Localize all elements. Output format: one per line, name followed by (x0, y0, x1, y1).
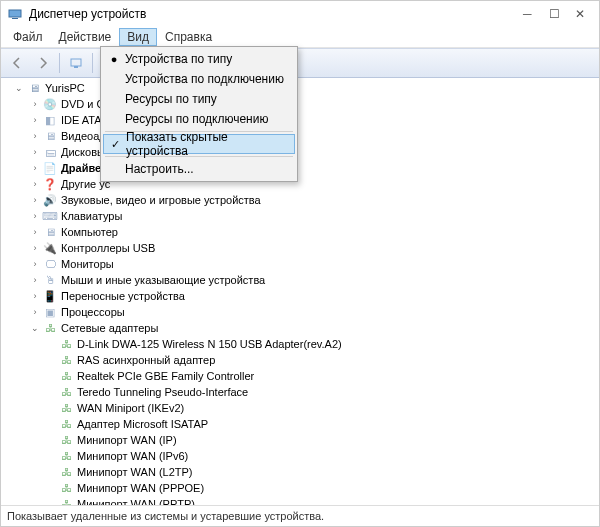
tree-device[interactable]: 🖧Минипорт WAN (IP) (5, 432, 599, 448)
network-adapter-icon: 🖧 (58, 449, 74, 463)
expand-icon[interactable]: › (29, 146, 41, 158)
sound-icon: 🔊 (42, 193, 58, 207)
device-tree[interactable]: ⌄ 🖥 YurisPC ›💿DVD и CD ›◧IDE ATA/ ›🖥Виде… (1, 78, 599, 505)
menu-devices-by-connection[interactable]: Устройства по подключению (103, 69, 295, 89)
network-adapter-icon: 🖧 (58, 433, 74, 447)
disk-icon: 🖴 (42, 145, 58, 159)
svg-rect-0 (9, 10, 21, 17)
tree-category-network[interactable]: ⌄🖧Сетевые адаптеры (5, 320, 599, 336)
close-button[interactable]: ✕ (575, 8, 587, 20)
menu-devices-by-type[interactable]: ● Устройства по типу (103, 49, 295, 69)
menu-customize[interactable]: Настроить... (103, 159, 295, 179)
network-adapter-icon: 🖧 (58, 337, 74, 351)
tree-root[interactable]: ⌄ 🖥 YurisPC (5, 80, 599, 96)
computer-icon: 🖥 (26, 81, 42, 95)
expand-icon[interactable]: › (29, 258, 41, 270)
maximize-button[interactable]: ☐ (549, 8, 561, 20)
tree-device[interactable]: 🖧RAS асинхронный адаптер (5, 352, 599, 368)
tree-category[interactable]: ›🖵Мониторы (5, 256, 599, 272)
tree-device[interactable]: 🖧Realtek PCIe GBE Family Controller (5, 368, 599, 384)
expand-icon[interactable]: › (29, 226, 41, 238)
radio-selected-icon: ● (103, 53, 125, 65)
tree-device[interactable]: 🖧Минипорт WAN (PPTP) (5, 496, 599, 505)
tree-category[interactable]: ›🖱Мыши и иные указывающие устройства (5, 272, 599, 288)
tree-device[interactable]: 🖧Минипорт WAN (PPPOE) (5, 480, 599, 496)
expand-icon[interactable]: › (29, 290, 41, 302)
tree-category[interactable]: ›◧IDE ATA/ (5, 112, 599, 128)
toolbar-separator (92, 53, 93, 73)
menu-help[interactable]: Справка (157, 28, 220, 46)
forward-button[interactable] (31, 51, 55, 75)
mouse-icon: 🖱 (42, 273, 58, 287)
tree-category[interactable]: ›▣Процессоры (5, 304, 599, 320)
expand-icon[interactable]: › (29, 178, 41, 190)
minimize-button[interactable]: ─ (523, 8, 535, 20)
svg-rect-2 (71, 59, 81, 66)
expand-icon[interactable]: › (29, 194, 41, 206)
other-icon: ❓ (42, 177, 58, 191)
toolbar: ? (1, 48, 599, 78)
network-adapter-icon: 🖧 (58, 401, 74, 415)
svg-rect-1 (12, 18, 18, 19)
toolbar-separator (59, 53, 60, 73)
expand-icon[interactable]: › (29, 162, 41, 174)
tree-device[interactable]: 🖧Минипорт WAN (L2TP) (5, 464, 599, 480)
tree-category[interactable]: ›💿DVD и CD (5, 96, 599, 112)
expand-icon[interactable]: › (29, 306, 41, 318)
tree-category[interactable]: ›📄Драйвер (5, 160, 599, 176)
network-adapter-icon: 🖧 (58, 465, 74, 479)
network-adapter-icon: 🖧 (58, 417, 74, 431)
tree-device[interactable]: 🖧WAN Miniport (IKEv2) (5, 400, 599, 416)
expand-icon[interactable]: › (29, 114, 41, 126)
tree-category[interactable]: ›⌨Клавиатуры (5, 208, 599, 224)
tree-device[interactable]: 🖧Teredo Tunneling Pseudo-Interface (5, 384, 599, 400)
menu-view[interactable]: Вид (119, 28, 157, 46)
tree-device[interactable]: 🖧Адаптер Microsoft ISATAP (5, 416, 599, 432)
tree-device[interactable]: 🖧D-Link DWA-125 Wireless N 150 USB Adapt… (5, 336, 599, 352)
expand-icon[interactable]: › (29, 210, 41, 222)
network-adapter-icon: 🖧 (58, 497, 74, 505)
portable-icon: 📱 (42, 289, 58, 303)
menubar: Файл Действие Вид Справка (1, 27, 599, 48)
svg-rect-3 (74, 66, 78, 68)
titlebar: Диспетчер устройств ─ ☐ ✕ (1, 1, 599, 27)
network-adapter-icon: 🖧 (58, 385, 74, 399)
menu-resources-by-connection[interactable]: Ресурсы по подключению (103, 109, 295, 129)
back-button[interactable] (5, 51, 29, 75)
tree-category[interactable]: ›🔊Звуковые, видео и игровые устройства (5, 192, 599, 208)
tree-category[interactable]: ›🖥Видеоада (5, 128, 599, 144)
expand-icon[interactable]: › (29, 274, 41, 286)
tree-device[interactable]: 🖧Минипорт WAN (IPv6) (5, 448, 599, 464)
tree-category[interactable]: ›🖥Компьютер (5, 224, 599, 240)
network-icon: 🖧 (42, 321, 58, 335)
menu-resources-by-type[interactable]: Ресурсы по типу (103, 89, 295, 109)
display-icon: 🖥 (42, 129, 58, 143)
app-icon (7, 6, 23, 22)
view-menu-dropdown: ● Устройства по типу Устройства по подкл… (100, 46, 298, 182)
tree-category[interactable]: ›🖴Дисковые (5, 144, 599, 160)
driver-icon: 📄 (42, 161, 58, 175)
computer-icon: 🖥 (42, 225, 58, 239)
usb-icon: 🔌 (42, 241, 58, 255)
ide-icon: ◧ (42, 113, 58, 127)
monitor-icon: 🖵 (42, 257, 58, 271)
menu-file[interactable]: Файл (5, 28, 51, 46)
statusbar: Показывает удаленные из системы и устаре… (1, 505, 599, 526)
expand-icon[interactable]: › (29, 130, 41, 142)
network-adapter-icon: 🖧 (58, 353, 74, 367)
cpu-icon: ▣ (42, 305, 58, 319)
dvd-icon: 💿 (42, 97, 58, 111)
expand-icon[interactable]: › (29, 98, 41, 110)
scan-button[interactable] (64, 51, 88, 75)
tree-category[interactable]: ›❓Другие ус (5, 176, 599, 192)
menu-action[interactable]: Действие (51, 28, 120, 46)
tree-category[interactable]: ›🔌Контроллеры USB (5, 240, 599, 256)
network-adapter-icon: 🖧 (58, 481, 74, 495)
expand-icon[interactable]: › (29, 242, 41, 254)
collapse-icon[interactable]: ⌄ (13, 82, 25, 94)
tree-category[interactable]: ›📱Переносные устройства (5, 288, 599, 304)
menu-show-hidden-devices[interactable]: ✓ Показать скрытые устройства (103, 134, 295, 154)
status-text: Показывает удаленные из системы и устаре… (7, 510, 324, 522)
collapse-icon[interactable]: ⌄ (29, 322, 41, 334)
check-icon: ✓ (104, 138, 126, 151)
